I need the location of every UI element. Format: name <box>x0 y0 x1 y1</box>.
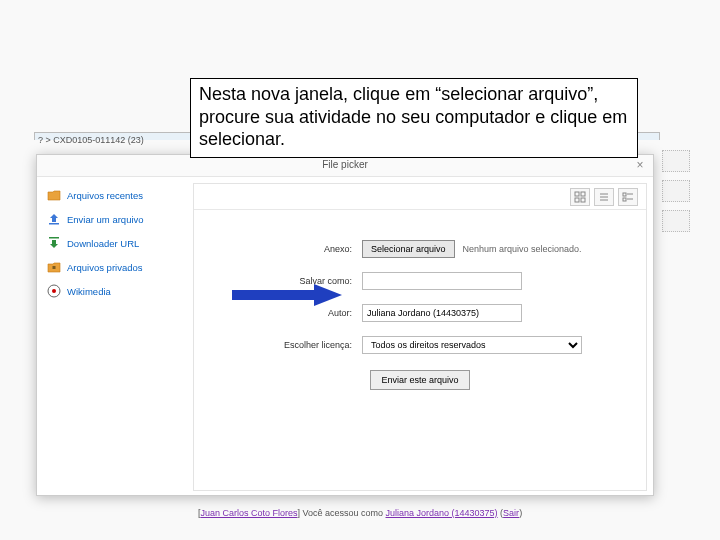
sidebar-item-downloader[interactable]: Downloader URL <box>43 231 183 255</box>
upload-icon <box>47 212 61 226</box>
modal-header: File picker × <box>37 155 653 177</box>
file-picker-modal: File picker × Arquivos recentes Enviar u… <box>36 154 654 496</box>
author-input[interactable] <box>362 304 522 322</box>
sidebar-item-upload[interactable]: Enviar um arquivo <box>43 207 183 231</box>
footer-user-link[interactable]: Juliana Jordano (14430375) <box>386 508 498 518</box>
picker-content: Anexo: Selecionar arquivo Nenhum arquivo… <box>193 183 647 491</box>
wiki-icon <box>47 284 61 298</box>
view-list-icon[interactable] <box>594 188 614 206</box>
modal-title: File picker <box>322 159 368 170</box>
sidebar-item-label: Wikimedia <box>67 286 111 297</box>
svg-rect-12 <box>623 193 626 196</box>
autor-label: Autor: <box>194 308 352 318</box>
svg-rect-0 <box>49 223 59 225</box>
browse-button[interactable]: Selecionar arquivo <box>362 240 455 258</box>
highlight-arrow <box>232 284 342 306</box>
instruction-callout: Nesta nova janela, clique em “selecionar… <box>190 78 638 158</box>
view-toolbar <box>194 184 646 210</box>
anexo-label: Anexo: <box>194 244 352 254</box>
upload-form: Anexo: Selecionar arquivo Nenhum arquivo… <box>194 210 646 390</box>
footer: [Juan Carlos Coto Flores] Você acessou c… <box>0 508 720 518</box>
svg-rect-6 <box>581 192 585 196</box>
sidebar-item-recent[interactable]: Arquivos recentes <box>43 183 183 207</box>
close-icon[interactable]: × <box>633 158 647 172</box>
licenca-label: Escolher licença: <box>194 340 352 350</box>
svg-rect-5 <box>575 192 579 196</box>
modal-body: Arquivos recentes Enviar um arquivo Down… <box>37 177 653 497</box>
submit-button[interactable]: Enviar este arquivo <box>370 370 469 390</box>
svg-rect-7 <box>575 198 579 202</box>
no-file-text: Nenhum arquivo selecionado. <box>463 244 582 254</box>
save-as-input[interactable] <box>362 272 522 290</box>
footer-text: Você acessou como <box>302 508 385 518</box>
svg-marker-17 <box>314 284 342 306</box>
footer-admin-link[interactable]: Juan Carlos Coto Flores <box>200 508 297 518</box>
folder-private-icon <box>47 260 61 274</box>
row-anexo: Anexo: Selecionar arquivo Nenhum arquivo… <box>194 240 646 258</box>
svg-point-4 <box>52 289 56 293</box>
svg-rect-1 <box>49 237 59 239</box>
sidebar-item-wikimedia[interactable]: Wikimedia <box>43 279 183 303</box>
sidebar-item-private[interactable]: Arquivos privados <box>43 255 183 279</box>
picker-sidebar: Arquivos recentes Enviar um arquivo Down… <box>43 183 183 303</box>
download-icon <box>47 236 61 250</box>
svg-rect-8 <box>581 198 585 202</box>
row-autor: Autor: <box>194 304 646 322</box>
row-licenca: Escolher licença: Todos os direitos rese… <box>194 336 646 354</box>
sidebar-item-label: Arquivos recentes <box>67 190 143 201</box>
svg-rect-16 <box>232 290 314 300</box>
sidebar-item-label: Arquivos privados <box>67 262 143 273</box>
logout-link[interactable]: Sair <box>503 508 519 518</box>
svg-rect-14 <box>623 198 626 201</box>
submit-row: Enviar este arquivo <box>194 370 646 390</box>
license-select[interactable]: Todos os direitos reservados <box>362 336 582 354</box>
svg-rect-2 <box>53 266 56 269</box>
sidebar-item-label: Enviar um arquivo <box>67 214 144 225</box>
view-grid-icon[interactable] <box>570 188 590 206</box>
background-hint-panels <box>662 150 690 460</box>
folder-recent-icon <box>47 188 61 202</box>
sidebar-item-label: Downloader URL <box>67 238 139 249</box>
view-detail-icon[interactable] <box>618 188 638 206</box>
breadcrumb: ? > CXD0105-011142 (23) <box>38 135 144 145</box>
